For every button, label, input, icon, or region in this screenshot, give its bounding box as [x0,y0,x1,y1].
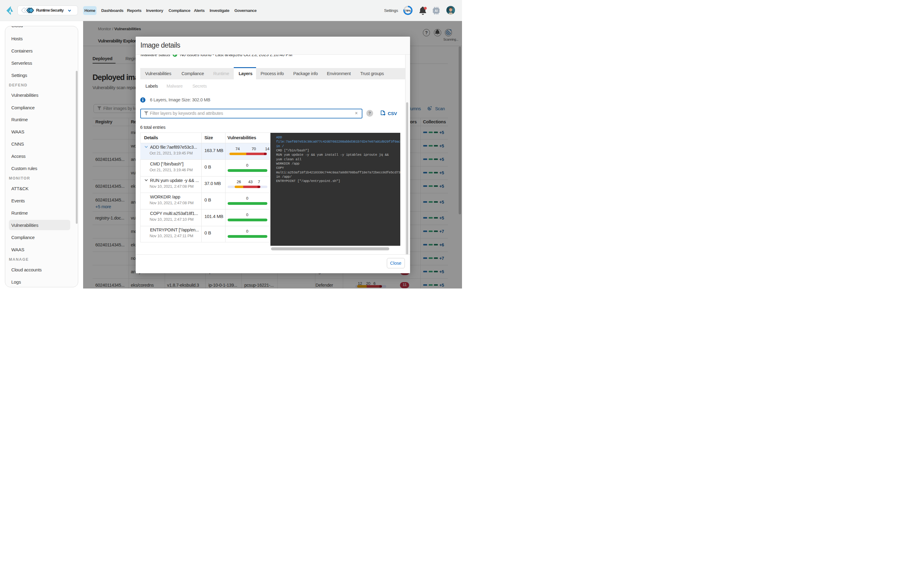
svg-text:AI: AI [435,9,438,13]
svg-text:78%: 78% [405,9,411,12]
